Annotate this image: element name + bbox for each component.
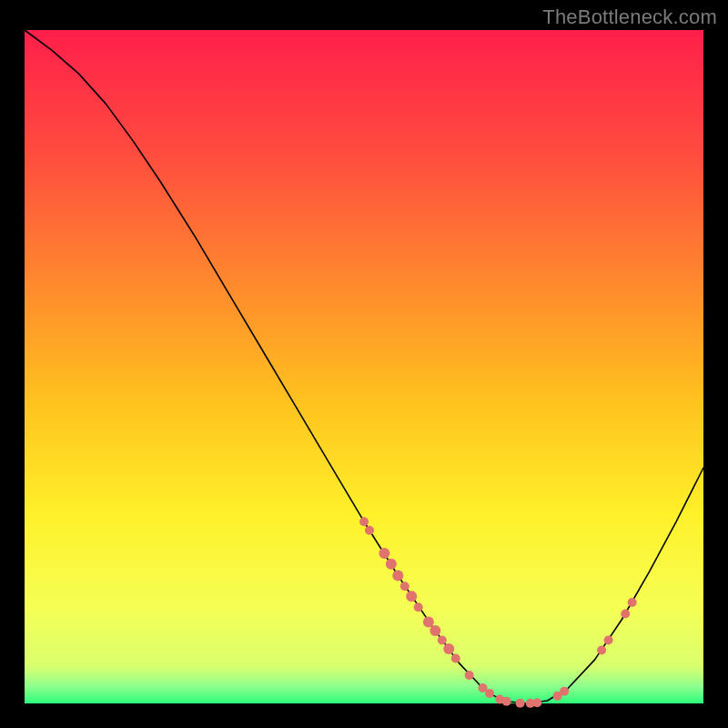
curve-marker (406, 591, 417, 602)
curve-marker (430, 625, 440, 636)
curve-marker (392, 570, 403, 581)
curve-marker (443, 643, 454, 654)
curve-marker (604, 635, 613, 644)
curve-marker (451, 653, 460, 662)
curve-marker (414, 602, 423, 612)
curve-marker (379, 548, 389, 559)
curve-marker (502, 697, 511, 706)
bottleneck-curve-chart (0, 0, 728, 728)
curve-marker (423, 616, 434, 627)
curve-marker (386, 559, 397, 570)
curve-marker (485, 689, 494, 698)
curve-marker (597, 646, 606, 655)
curve-marker (365, 526, 374, 535)
curve-marker (621, 610, 630, 619)
curve-marker (516, 699, 525, 708)
curve-marker (465, 671, 474, 680)
curve-marker (532, 698, 541, 707)
curve-marker (628, 598, 637, 607)
curve-marker (438, 635, 447, 644)
curve-marker (400, 581, 410, 591)
chart-frame: TheBottleneck.com (0, 0, 728, 728)
curve-marker (359, 517, 369, 526)
curve-marker (560, 687, 569, 696)
